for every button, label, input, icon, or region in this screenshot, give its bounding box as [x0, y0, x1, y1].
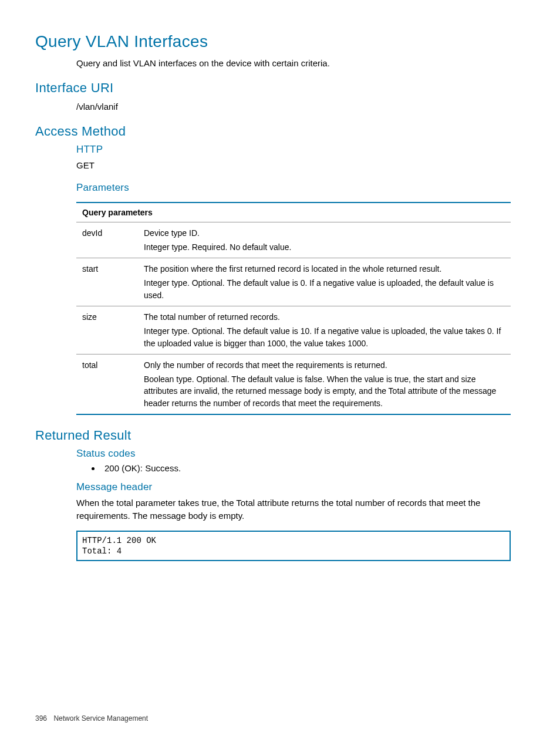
param-name: devId — [76, 222, 138, 258]
message-header-text: When the total parameter takes true, the… — [76, 497, 525, 522]
returned-result-heading: Returned Result — [35, 428, 525, 443]
table-row: total Only the number of records that me… — [76, 354, 511, 414]
param-name: size — [76, 306, 138, 354]
param-desc: Only the number of records that meet the… — [138, 354, 511, 414]
parameters-heading: Parameters — [76, 182, 525, 194]
status-codes-heading: Status codes — [76, 448, 525, 460]
param-desc-line: Integer type. Required. No default value… — [144, 241, 505, 253]
table-row: start The position where the first retur… — [76, 258, 511, 306]
status-code-item: 200 (OK): Success. — [101, 463, 525, 473]
param-desc-line: Integer type. Optional. The default valu… — [144, 325, 505, 349]
param-name: start — [76, 258, 138, 306]
message-header-heading: Message header — [76, 481, 525, 493]
access-method-heading: Access Method — [35, 124, 525, 139]
param-desc-line: The position where the first returned re… — [144, 263, 505, 275]
page-footer: 396 Network Service Management — [35, 714, 148, 723]
param-desc-line: Device type ID. — [144, 227, 505, 239]
code-block: HTTP/1.1 200 OK Total: 4 — [76, 531, 511, 561]
param-desc-line: Boolean type. Optional. The default valu… — [144, 373, 505, 409]
param-name: total — [76, 354, 138, 414]
footer-section: Network Service Management — [53, 714, 148, 723]
page-title: Query VLAN Interfaces — [35, 32, 525, 51]
intro-text: Query and list VLAN interfaces on the de… — [76, 57, 525, 70]
interface-uri-value: /vlan/vlanif — [76, 100, 525, 113]
param-desc: The total number of returned records. In… — [138, 306, 511, 354]
table-header: Query parameters — [76, 202, 511, 222]
http-method: GET — [76, 159, 525, 171]
table-row: size The total number of returned record… — [76, 306, 511, 354]
param-desc: Device type ID. Integer type. Required. … — [138, 222, 511, 258]
table-row: devId Device type ID. Integer type. Requ… — [76, 222, 511, 258]
http-heading: HTTP — [76, 144, 525, 156]
query-parameters-table: Query parameters devId Device type ID. I… — [76, 202, 511, 416]
param-desc-line: The total number of returned records. — [144, 311, 505, 323]
param-desc-line: Only the number of records that meet the… — [144, 359, 505, 371]
param-desc: The position where the first returned re… — [138, 258, 511, 306]
param-desc-line: Integer type. Optional. The default valu… — [144, 277, 505, 301]
page-number: 396 — [35, 714, 47, 723]
status-codes-list: 200 (OK): Success. — [94, 463, 525, 473]
interface-uri-heading: Interface URI — [35, 80, 525, 96]
